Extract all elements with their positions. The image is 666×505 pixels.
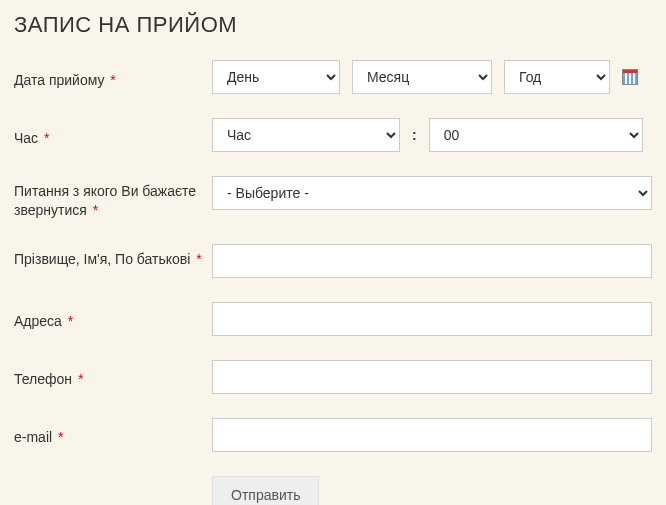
- label-fullname: Прізвище, Ім'я, По батькові *: [14, 244, 212, 269]
- row-date: Дата прийому * День Месяц Год: [14, 60, 652, 94]
- required-marker: *: [110, 72, 115, 88]
- input-fullname[interactable]: [212, 244, 652, 278]
- label-phone: Телефон *: [14, 364, 212, 389]
- submit-fields: Отправить: [212, 476, 652, 505]
- required-marker: *: [196, 251, 201, 267]
- input-email[interactable]: [212, 418, 652, 452]
- label-topic: Питання з якого Ви бажаєте звернутися *: [14, 176, 212, 220]
- row-topic: Питання з якого Ви бажаєте звернутися * …: [14, 176, 652, 220]
- select-topic[interactable]: - Выберите -: [212, 176, 652, 210]
- time-fields: Час : 00: [212, 118, 652, 152]
- label-topic-text: Питання з якого Ви бажаєте звернутися: [14, 183, 196, 218]
- label-time: Час *: [14, 123, 212, 148]
- submit-button[interactable]: Отправить: [212, 476, 319, 505]
- date-fields: День Месяц Год: [212, 60, 652, 94]
- select-hour[interactable]: Час: [212, 118, 400, 152]
- required-marker: *: [44, 130, 49, 146]
- input-address[interactable]: [212, 302, 652, 336]
- page-title: ЗАПИС НА ПРИЙОМ: [14, 12, 652, 38]
- label-address: Адреса *: [14, 306, 212, 331]
- phone-fields: [212, 360, 652, 394]
- calendar-icon[interactable]: [622, 69, 638, 85]
- select-day[interactable]: День: [212, 60, 340, 94]
- label-address-text: Адреса: [14, 313, 62, 329]
- select-year[interactable]: Год: [504, 60, 610, 94]
- row-fullname: Прізвище, Ім'я, По батькові *: [14, 244, 652, 278]
- required-marker: *: [68, 313, 73, 329]
- label-date: Дата прийому *: [14, 65, 212, 90]
- row-time: Час * Час : 00: [14, 118, 652, 152]
- select-month[interactable]: Месяц: [352, 60, 492, 94]
- required-marker: *: [58, 429, 63, 445]
- address-fields: [212, 302, 652, 336]
- row-phone: Телефон *: [14, 360, 652, 394]
- row-email: e-mail *: [14, 418, 652, 452]
- row-submit: Отправить: [14, 476, 652, 505]
- fullname-fields: [212, 244, 652, 278]
- label-date-text: Дата прийому: [14, 72, 104, 88]
- time-separator: :: [412, 127, 417, 143]
- email-fields: [212, 418, 652, 452]
- input-phone[interactable]: [212, 360, 652, 394]
- required-marker: *: [78, 371, 83, 387]
- select-minute[interactable]: 00: [429, 118, 643, 152]
- label-phone-text: Телефон: [14, 371, 72, 387]
- label-email: e-mail *: [14, 422, 212, 447]
- label-fullname-text: Прізвище, Ім'я, По батькові: [14, 251, 190, 267]
- label-email-text: e-mail: [14, 429, 52, 445]
- row-address: Адреса *: [14, 302, 652, 336]
- topic-fields: - Выберите -: [212, 176, 652, 210]
- label-time-text: Час: [14, 130, 38, 146]
- submit-spacer: [14, 476, 212, 482]
- required-marker: *: [93, 202, 98, 218]
